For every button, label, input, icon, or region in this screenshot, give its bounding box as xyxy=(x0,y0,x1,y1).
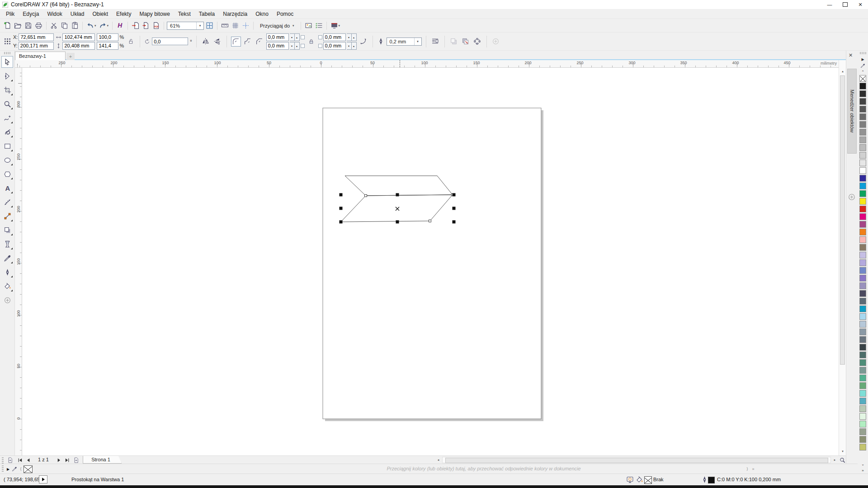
interactive-fill-tool[interactable] xyxy=(1,280,13,292)
redo-button[interactable]: ▾ xyxy=(98,20,110,31)
palette-swatch[interactable] xyxy=(859,305,866,312)
palette-swatch[interactable] xyxy=(859,121,866,128)
palette-swatch[interactable] xyxy=(859,313,866,320)
freehand-tool[interactable] xyxy=(1,112,13,124)
shape-tool[interactable] xyxy=(1,70,13,82)
palette-swatch[interactable] xyxy=(859,244,866,251)
corner-radius-tl-field[interactable] xyxy=(266,33,289,41)
palette-swatch[interactable] xyxy=(859,136,866,143)
customize-toolbox-button[interactable] xyxy=(1,294,13,306)
cut-button[interactable] xyxy=(49,20,59,31)
palette-expand-icon[interactable]: » xyxy=(859,467,867,474)
document-palette-grip[interactable] xyxy=(2,465,4,472)
print-button[interactable] xyxy=(34,20,43,31)
menu-item-narzedzia[interactable]: Narzędzia xyxy=(219,9,251,19)
chevron-down-icon[interactable]: ▾ xyxy=(94,24,96,28)
next-page-button[interactable] xyxy=(55,456,62,464)
menu-item-tabela[interactable]: Tabela xyxy=(195,9,219,19)
scroll-right-button[interactable]: ▸ xyxy=(831,457,838,463)
page-tab-strona-1[interactable]: Strona 1 xyxy=(83,456,122,464)
open-button[interactable] xyxy=(13,20,23,31)
close-button[interactable]: ✕ xyxy=(853,0,868,9)
palette-swatch[interactable] xyxy=(859,213,866,220)
new-document-button[interactable] xyxy=(3,20,12,31)
rotation-angle-field[interactable] xyxy=(152,38,188,45)
selection-handle[interactable] xyxy=(340,193,343,197)
no-color-swatch[interactable] xyxy=(859,75,866,82)
shape-node[interactable] xyxy=(365,195,367,197)
undo-button[interactable]: ▾ xyxy=(85,20,97,31)
rulers-toggle-button[interactable] xyxy=(220,20,230,31)
palette-swatch[interactable] xyxy=(859,428,866,435)
menu-item-plik[interactable]: Plik xyxy=(2,9,19,19)
minimize-button[interactable]: — xyxy=(822,0,837,9)
object-height-field[interactable] xyxy=(62,42,95,50)
snap-to-dropdown[interactable]: Przyciągaj do ▾ xyxy=(256,22,298,30)
rectangle-tool[interactable] xyxy=(1,140,13,152)
palette-swatch[interactable] xyxy=(859,236,866,243)
vertical-scroll-thumb[interactable] xyxy=(840,75,845,365)
palette-swatch[interactable] xyxy=(859,421,866,427)
palette-swatch[interactable] xyxy=(859,90,866,97)
zoom-tool[interactable] xyxy=(1,98,13,110)
palette-eyedropper-icon[interactable] xyxy=(859,62,867,69)
shape-node[interactable] xyxy=(429,220,431,222)
palette-swatch[interactable] xyxy=(859,183,866,189)
chevron-down-icon[interactable]: ▾ xyxy=(107,24,109,28)
mirror-horizontal-button[interactable] xyxy=(201,37,211,47)
ellipse-tool[interactable] xyxy=(1,154,13,166)
menu-item-efekty[interactable]: Efekty xyxy=(112,9,135,19)
scale-width-field[interactable] xyxy=(97,33,118,41)
paste-button[interactable] xyxy=(70,20,80,31)
toolbox-grip[interactable] xyxy=(4,52,10,54)
spinner[interactable]: ▾▴ xyxy=(347,42,357,50)
status-flyout-button[interactable] xyxy=(39,475,47,483)
y-position-field[interactable] xyxy=(19,42,54,50)
palette-swatch[interactable] xyxy=(859,382,866,389)
palette-swatch[interactable] xyxy=(859,129,866,136)
spinner[interactable]: ▾▴ xyxy=(290,33,300,41)
docker-tab-object-manager[interactable]: Menedżer obiektów xyxy=(847,69,857,154)
menu-item-uklad[interactable]: Układ xyxy=(66,9,89,19)
palette-swatch[interactable] xyxy=(859,298,866,305)
lock-ratio-button[interactable] xyxy=(126,37,136,47)
palette-swatch[interactable] xyxy=(859,352,866,358)
palette-swatch[interactable] xyxy=(859,321,866,328)
scroll-left-button[interactable]: ◂ xyxy=(435,457,442,463)
palette-swatch[interactable] xyxy=(859,167,866,174)
palette-swatch[interactable] xyxy=(859,113,866,120)
chevron-down-icon[interactable]: ▾ xyxy=(196,22,203,29)
convert-to-curves-button[interactable] xyxy=(472,37,482,47)
palette-swatch[interactable] xyxy=(859,436,866,443)
artistic-media-tool[interactable] xyxy=(1,126,13,138)
selection-handle[interactable] xyxy=(453,193,456,197)
navbar-grip[interactable] xyxy=(2,457,4,464)
palette-swatch[interactable] xyxy=(859,398,866,404)
x-position-field[interactable] xyxy=(19,33,54,41)
drop-shadow-tool[interactable] xyxy=(1,224,13,236)
previous-page-button[interactable] xyxy=(24,456,32,464)
palette-swatch[interactable] xyxy=(859,252,866,258)
guidelines-toggle-button[interactable] xyxy=(241,20,250,31)
selection-handle[interactable] xyxy=(396,221,399,224)
palette-swatch[interactable] xyxy=(859,367,866,374)
outline-pen-tool[interactable] xyxy=(1,266,13,278)
connector-tool[interactable] xyxy=(1,210,13,222)
dimension-tool[interactable] xyxy=(1,196,13,208)
chamfered-corner-button[interactable] xyxy=(255,37,264,47)
palette-swatch[interactable] xyxy=(859,206,866,212)
save-button[interactable] xyxy=(24,20,33,31)
horizontal-scrollbar[interactable] xyxy=(442,457,831,463)
last-page-button[interactable] xyxy=(63,456,71,464)
selection-handle[interactable] xyxy=(340,221,343,224)
palette-grip[interactable] xyxy=(860,52,866,54)
fill-icon[interactable] xyxy=(636,476,643,484)
publish-pdf-button[interactable] xyxy=(151,20,161,31)
import-button[interactable] xyxy=(131,20,140,31)
scroll-down-button[interactable]: ▾ xyxy=(839,448,846,455)
color-eyedropper-tool[interactable] xyxy=(1,252,13,264)
application-launcher-button[interactable]: ▾ xyxy=(330,20,341,31)
export-button[interactable] xyxy=(141,20,151,31)
palette-scroll-up-icon[interactable]: ⌃ xyxy=(859,69,867,75)
document-color-well[interactable] xyxy=(24,465,33,473)
